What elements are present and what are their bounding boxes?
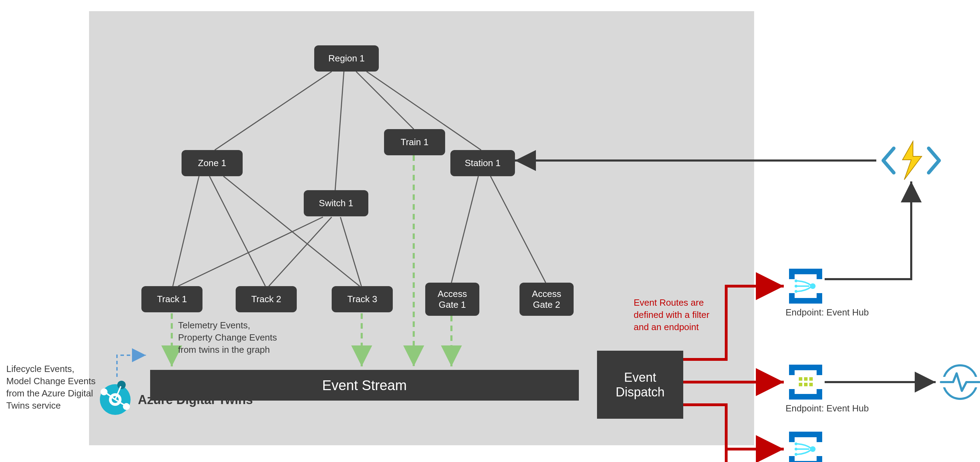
svg-rect-23 bbox=[817, 293, 822, 303]
node-label: Track 1 bbox=[157, 294, 187, 305]
node-label: Station 1 bbox=[465, 158, 501, 168]
svg-point-26 bbox=[795, 285, 797, 287]
svg-rect-43 bbox=[817, 432, 822, 442]
svg-rect-36 bbox=[809, 377, 813, 381]
svg-point-49 bbox=[795, 453, 797, 456]
svg-rect-21 bbox=[817, 269, 822, 279]
svg-point-50 bbox=[943, 365, 977, 399]
svg-point-24 bbox=[810, 283, 816, 289]
event-dispatch-label: Event Dispatch bbox=[616, 370, 664, 400]
svg-rect-32 bbox=[789, 389, 795, 400]
svg-rect-44 bbox=[789, 456, 795, 462]
svg-rect-42 bbox=[789, 432, 795, 442]
svg-rect-37 bbox=[799, 383, 802, 386]
svg-rect-20 bbox=[789, 269, 795, 279]
adt-label: Azure Digital Twins bbox=[138, 392, 253, 407]
node-label: Access Gate 1 bbox=[438, 289, 467, 310]
event-stream-label: Event Stream bbox=[322, 378, 407, 393]
node-label: Region 1 bbox=[328, 53, 364, 64]
svg-point-27 bbox=[795, 290, 797, 293]
svg-rect-29 bbox=[789, 394, 822, 400]
svg-rect-22 bbox=[789, 293, 795, 303]
node-label: Track 3 bbox=[347, 294, 377, 305]
svg-rect-18 bbox=[789, 269, 822, 274]
event-dispatch: Event Dispatch bbox=[597, 351, 683, 419]
endpoint-hub2-label: Endpoint: Event Hub bbox=[786, 403, 869, 414]
node-zone1: Zone 1 bbox=[181, 150, 243, 176]
telemetry-label: Telemetry Events, Property Change Events… bbox=[178, 319, 277, 356]
lifecycle-label: Lifecycle Events, Model Change Events fr… bbox=[6, 363, 95, 412]
node-train1: Train 1 bbox=[384, 129, 445, 155]
node-label: Switch 1 bbox=[319, 198, 353, 209]
svg-rect-45 bbox=[817, 456, 822, 462]
svg-rect-35 bbox=[804, 377, 808, 381]
svg-point-25 bbox=[795, 279, 797, 282]
node-track3: Track 3 bbox=[332, 286, 393, 312]
svg-rect-28 bbox=[789, 365, 822, 370]
node-switch1: Switch 1 bbox=[304, 190, 368, 216]
node-station1: Station 1 bbox=[450, 150, 515, 176]
svg-rect-40 bbox=[789, 432, 822, 437]
svg-rect-38 bbox=[804, 383, 808, 386]
svg-rect-31 bbox=[817, 365, 822, 375]
node-region1: Region 1 bbox=[314, 45, 379, 71]
node-gate2: Access Gate 2 bbox=[520, 283, 574, 316]
svg-rect-33 bbox=[817, 389, 822, 400]
node-gate1: Access Gate 1 bbox=[425, 283, 479, 316]
node-label: Train 1 bbox=[401, 137, 429, 148]
svg-rect-52 bbox=[974, 377, 980, 387]
routes-label: Event Routes are defined with a filter a… bbox=[634, 297, 710, 333]
svg-rect-19 bbox=[789, 298, 822, 303]
svg-rect-30 bbox=[789, 365, 795, 375]
svg-point-46 bbox=[810, 446, 816, 452]
svg-point-47 bbox=[795, 443, 797, 445]
node-track2: Track 2 bbox=[235, 286, 297, 312]
node-label: Zone 1 bbox=[198, 158, 226, 168]
node-label: Track 2 bbox=[251, 294, 282, 305]
node-track1: Track 1 bbox=[142, 286, 202, 312]
svg-rect-39 bbox=[809, 383, 813, 386]
svg-point-48 bbox=[795, 448, 797, 451]
svg-rect-34 bbox=[799, 377, 802, 381]
svg-rect-51 bbox=[940, 377, 946, 387]
node-label: Access Gate 2 bbox=[532, 289, 562, 310]
endpoint-hub1-label: Endpoint: Event Hub bbox=[786, 307, 869, 318]
